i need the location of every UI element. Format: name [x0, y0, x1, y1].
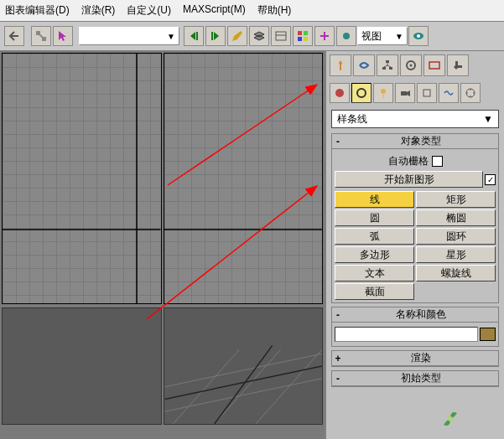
object-color-swatch[interactable] [480, 328, 496, 341]
modify-tab[interactable] [353, 54, 375, 76]
auto-grid-checkbox[interactable] [432, 156, 443, 167]
object-type-rollout: - 对象类型 自动栅格 开始新图形 ✓ 线 矩形 圆 椭圆 弧 [331, 133, 499, 303]
start-new-shape-checkbox[interactable]: ✓ [485, 174, 496, 185]
geometry-category[interactable] [330, 83, 350, 103]
display-tab[interactable] [423, 54, 445, 76]
name-color-header[interactable]: - 名称和颜色 [332, 307, 498, 323]
svg-rect-8 [304, 31, 308, 35]
command-panel: 样条线 ▼ - 对象类型 自动栅格 开始新图形 ✓ 线 矩形 [325, 51, 504, 439]
svg-point-13 [417, 34, 420, 38]
menu-customize[interactable]: 自定义(U) [127, 3, 171, 18]
line-button[interactable]: 线 [335, 191, 414, 208]
initial-type-rollout: - 初始类型 [331, 370, 499, 387]
menu-bar: 图表编辑器(D) 渲染(R) 自定义(U) MAXScript(M) 帮助(H) [0, 0, 504, 21]
svg-rect-4 [211, 32, 213, 40]
svg-line-2 [39, 34, 43, 38]
render-setup-button[interactable] [336, 26, 356, 46]
text-button[interactable]: 文本 [335, 265, 414, 281]
watermark-logo [440, 406, 499, 434]
svg-rect-3 [196, 32, 198, 40]
spacewarps-category[interactable] [439, 83, 459, 103]
initial-type-title: 初始类型 [344, 371, 498, 385]
menu-render[interactable]: 渲染(R) [81, 3, 116, 18]
cameras-category[interactable] [395, 83, 415, 103]
collapse-icon: - [332, 373, 344, 385]
viewport-label: 视图 [361, 29, 382, 44]
svg-point-39 [357, 89, 366, 97]
shapes-category[interactable] [351, 83, 372, 103]
initial-type-header[interactable]: - 初始类型 [332, 371, 498, 386]
schematic-button[interactable] [271, 26, 291, 46]
svg-rect-37 [429, 62, 439, 69]
collapse-icon: - [332, 136, 344, 147]
svg-rect-42 [401, 91, 407, 96]
viewport-bottom-left[interactable] [2, 307, 162, 425]
prev-key-button[interactable] [184, 26, 204, 46]
next-key-button[interactable] [205, 26, 226, 46]
svg-point-40 [381, 89, 386, 94]
donut-button[interactable]: 圆环 [416, 228, 496, 245]
viewport-area[interactable] [0, 51, 325, 439]
command-panel-tabs [328, 53, 502, 78]
rectangle-button[interactable]: 矩形 [416, 191, 496, 208]
svg-rect-19 [3, 308, 161, 424]
lights-category[interactable] [373, 83, 393, 103]
svg-point-45 [448, 416, 453, 421]
systems-category[interactable] [460, 83, 481, 103]
selection-filter-dropdown[interactable]: ▼ [79, 27, 179, 45]
svg-rect-9 [298, 37, 302, 41]
helix-button[interactable]: 螺旋线 [416, 265, 496, 281]
create-tab[interactable] [330, 54, 351, 76]
quick-render-button[interactable] [408, 26, 429, 46]
viewport-dropdown[interactable]: 视图▼ [357, 27, 408, 45]
menu-editor[interactable]: 图表编辑器(D) [5, 3, 70, 18]
ellipse-button[interactable]: 椭圆 [416, 209, 496, 226]
coord-system-button[interactable] [314, 26, 335, 46]
rendering-rollout: + 渲染 [331, 350, 499, 367]
section-button[interactable]: 截面 [335, 283, 414, 300]
start-new-shape-button[interactable]: 开始新图形 [335, 171, 483, 188]
collapse-icon: - [332, 309, 344, 321]
edit-button[interactable] [227, 26, 247, 46]
main-toolbar: ▼ 视图▼ [0, 21, 504, 51]
chevron-down-icon: ▼ [483, 113, 493, 125]
svg-rect-10 [304, 37, 308, 41]
svg-rect-7 [298, 31, 302, 35]
utilities-tab[interactable] [447, 54, 469, 76]
motion-tab[interactable] [400, 54, 422, 76]
subcategory-dropdown[interactable]: 样条线 ▼ [331, 110, 499, 128]
svg-point-11 [343, 33, 350, 39]
helpers-category[interactable] [417, 83, 437, 103]
menu-help[interactable]: 帮助(H) [257, 3, 292, 18]
svg-point-38 [335, 89, 344, 97]
arc-button[interactable]: 弧 [335, 228, 414, 245]
name-color-rollout: - 名称和颜色 [331, 307, 499, 347]
object-type-header[interactable]: - 对象类型 [332, 134, 498, 149]
svg-rect-32 [386, 60, 389, 63]
layers-button[interactable] [249, 26, 269, 46]
viewport-top-left[interactable] [2, 53, 162, 304]
link-button[interactable] [31, 26, 51, 46]
svg-rect-5 [276, 32, 286, 40]
svg-rect-33 [382, 67, 386, 70]
material-editor-button[interactable] [293, 26, 313, 46]
auto-grid-label: 自动栅格 [388, 154, 429, 168]
star-button[interactable]: 星形 [416, 246, 496, 263]
menu-maxscript[interactable]: MAXScript(M) [183, 3, 246, 18]
hierarchy-tab[interactable] [377, 54, 398, 76]
svg-rect-17 [164, 54, 323, 303]
rendering-header[interactable]: + 渲染 [332, 351, 498, 366]
object-name-input[interactable] [335, 327, 478, 342]
ngon-button[interactable]: 多边形 [335, 246, 414, 263]
object-type-title: 对象类型 [344, 134, 498, 148]
object-type-grid: 线 矩形 圆 椭圆 弧 圆环 多边形 星形 文本 螺旋线 截面 [335, 191, 496, 300]
svg-rect-34 [389, 67, 392, 70]
select-button[interactable] [53, 26, 73, 46]
circle-button[interactable]: 圆 [335, 209, 414, 226]
rendering-title: 渲染 [344, 351, 498, 365]
subcategory-label: 样条线 [337, 112, 367, 127]
name-color-title: 名称和颜色 [344, 307, 498, 322]
viewport-bottom-right[interactable] [164, 307, 324, 425]
viewport-top-right[interactable] [164, 53, 324, 304]
undo-button[interactable] [4, 26, 24, 46]
